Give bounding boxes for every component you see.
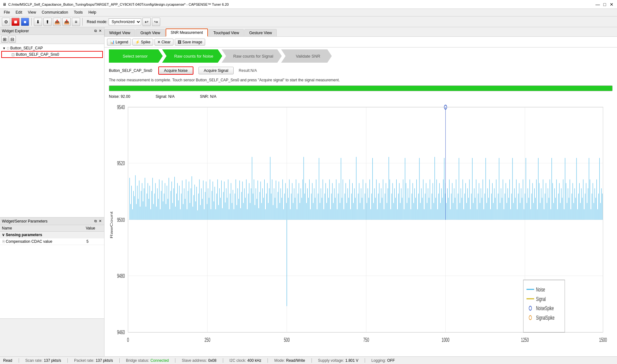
status-mode: Mode: Read/Write: [274, 358, 305, 363]
toolbar-sep-1: [31, 18, 32, 26]
tree-arrow-icon: ▼: [3, 47, 6, 50]
tab-touchpad-view[interactable]: Touchpad View: [209, 29, 244, 36]
status-supply-voltage: Supply voltage: 1.801 V: [318, 358, 358, 363]
sensor-icon: ◫: [11, 53, 15, 57]
svg-text:500: 500: [284, 336, 290, 343]
svg-text:Signal: Signal: [536, 296, 546, 302]
tree-root-item[interactable]: ▼ □ Button_SELF_CAP: [1, 45, 103, 51]
toolbar-sep-2: [82, 18, 83, 26]
snr-step-4-label: Validate SNR: [296, 54, 320, 59]
tree-collapse-button[interactable]: ⊟: [9, 36, 16, 43]
menu-edit[interactable]: Edit: [13, 9, 25, 16]
status-i2c-clock: I2C clock: 400 kHz: [230, 358, 261, 363]
chart-container: 9540 9520 9500 9480 9460 RawCount 0 250 …: [104, 100, 617, 356]
upload-button[interactable]: ⬆: [43, 18, 52, 26]
title-bar: 🖥 C:/mtw/MSCLP_Self_Capacitance_Button_T…: [0, 0, 617, 9]
chart-svg: 9540 9520 9500 9480 9460 RawCount 0 250 …: [109, 102, 613, 353]
widget-explorer-title: Widget Explorer: [2, 29, 29, 33]
svg-text:9460: 9460: [117, 329, 125, 336]
left-panel: Widget Explorer ⧉ ✕ ⊞ ⊟ ▼ □ Button_SELF_…: [0, 27, 104, 356]
tab-graph-view[interactable]: Graph View: [135, 29, 165, 36]
snr-step-raw-signal: Raw counts for Signal: [222, 49, 282, 63]
download-button[interactable]: ⬇: [34, 18, 42, 26]
bottom-area: [0, 318, 104, 356]
menu-communication[interactable]: Communication: [39, 9, 71, 16]
progress-bar-inner: [109, 86, 612, 91]
undo-button[interactable]: ↩: [142, 18, 151, 26]
menu-tools[interactable]: Tools: [71, 9, 85, 16]
clear-button[interactable]: ✕ Clear: [154, 39, 173, 46]
params-panel: Widget/Sensor Parameters ⧉ ✕ Name Value: [0, 217, 104, 318]
app-icon: 🖥: [3, 2, 6, 7]
action-toolbar: 📊 Legend ⚡ Spike ✕ Clear 🖼 Save image: [104, 37, 617, 47]
svg-text:1500: 1500: [599, 336, 607, 343]
spike-icon: ⚡: [135, 40, 140, 44]
spike-button[interactable]: ⚡ Spike: [132, 39, 153, 46]
sensor-name-label: Button_SELF_CAP_Sns0: [109, 68, 153, 73]
acquire-signal-button[interactable]: Acquire Signal: [198, 67, 234, 74]
toolbar: ⚙ ⏹ ■ ⬇ ⬆ 📤 📥 ≡ Read mode: Synchronized …: [0, 16, 617, 27]
status-scan-rate: Scan rate: 137 pkts/s: [25, 358, 61, 363]
snr-step-1-label: Select sensor: [123, 54, 148, 59]
svg-text:9520: 9520: [117, 160, 125, 166]
params-col-name: Name: [0, 225, 84, 232]
save-image-button[interactable]: 🖼 Save image: [175, 39, 205, 46]
stop-button[interactable]: ⏹: [11, 18, 20, 26]
status-logging: Logging: OFF: [371, 358, 395, 363]
snr-step-select-sensor: Select sensor: [109, 49, 163, 63]
acquire-noise-button[interactable]: Acquire Noise: [158, 66, 193, 75]
maximize-button[interactable]: □: [602, 2, 608, 7]
read-mode-label: Read mode:: [87, 20, 107, 24]
main-container: Widget Explorer ⧉ ✕ ⊞ ⊟ ▼ □ Button_SELF_…: [0, 27, 617, 356]
tab-gesture-view[interactable]: Gesture View: [244, 29, 277, 36]
snr-step-2-label: Raw counts for Noise: [174, 54, 213, 59]
clear-icon: ✕: [157, 40, 161, 44]
params-float-button[interactable]: ⧉: [94, 219, 98, 223]
tree-child-item[interactable]: ◫ Button_SELF_CAP_Sns0: [1, 51, 103, 58]
svg-text:9500: 9500: [117, 217, 125, 223]
snr-step-raw-noise: Raw counts for Noise: [162, 49, 222, 63]
redo-button[interactable]: ↪: [152, 18, 160, 26]
read-mode-select[interactable]: Synchronized Free run: [109, 18, 141, 25]
list-button[interactable]: ≡: [72, 18, 80, 26]
svg-text:1250: 1250: [521, 336, 529, 343]
widget-icon: □: [7, 46, 9, 50]
message-row: The noise measurement is complete. Touch…: [104, 77, 617, 84]
svg-text:250: 250: [205, 336, 210, 343]
snr-step-validate: Validate SNR: [281, 49, 332, 63]
noise-metric: Noise: 92.00: [109, 94, 130, 99]
params-row: ⎘ Compensation CDAC value 5: [0, 238, 104, 245]
close-button[interactable]: ✕: [609, 2, 614, 7]
param-icon: ⎘: [3, 239, 6, 244]
message-text: The noise measurement is complete. Touch…: [109, 78, 340, 82]
svg-text:9480: 9480: [117, 273, 125, 279]
svg-text:9540: 9540: [117, 104, 125, 110]
export-button[interactable]: 📤: [53, 18, 61, 26]
params-section-row: ∨ Sensing parameters: [0, 232, 104, 238]
import-button[interactable]: 📥: [62, 18, 71, 26]
widget-explorer-tree: ▼ □ Button_SELF_CAP ◫ Button_SELF_CAP_Sn…: [0, 44, 104, 217]
menu-help[interactable]: Help: [86, 9, 99, 16]
tab-widget-view[interactable]: Widget View: [104, 29, 135, 36]
widget-explorer-close-button[interactable]: ✕: [98, 29, 102, 33]
record-button[interactable]: ■: [21, 18, 29, 26]
status-slave-address: Slave address: 0x08: [182, 358, 216, 363]
param-value: 5: [84, 238, 104, 245]
result-text: Result:N/A: [239, 68, 257, 73]
menu-view[interactable]: View: [25, 9, 39, 16]
svg-text:0: 0: [127, 336, 129, 343]
params-close-button[interactable]: ✕: [98, 219, 102, 223]
legend-button[interactable]: 📊 Legend: [107, 39, 131, 46]
settings-button[interactable]: ⚙: [2, 18, 10, 26]
tree-root-label: Button_SELF_CAP: [10, 46, 43, 50]
menu-file[interactable]: File: [1, 9, 12, 16]
params-section-label: ∨ Sensing parameters: [0, 232, 104, 238]
save-image-icon: 🖼: [178, 40, 181, 44]
minimize-button[interactable]: —: [595, 2, 601, 7]
menu-bar: File Edit View Communication Tools Help: [0, 9, 617, 16]
widget-explorer-float-button[interactable]: ⧉: [94, 29, 98, 33]
svg-text:RawCount: RawCount: [110, 211, 114, 238]
tree-expand-button[interactable]: ⊞: [1, 36, 8, 43]
tab-snr-measurement[interactable]: SNR Measurement: [166, 28, 208, 37]
param-name: ⎘ Compensation CDAC value: [0, 238, 84, 245]
